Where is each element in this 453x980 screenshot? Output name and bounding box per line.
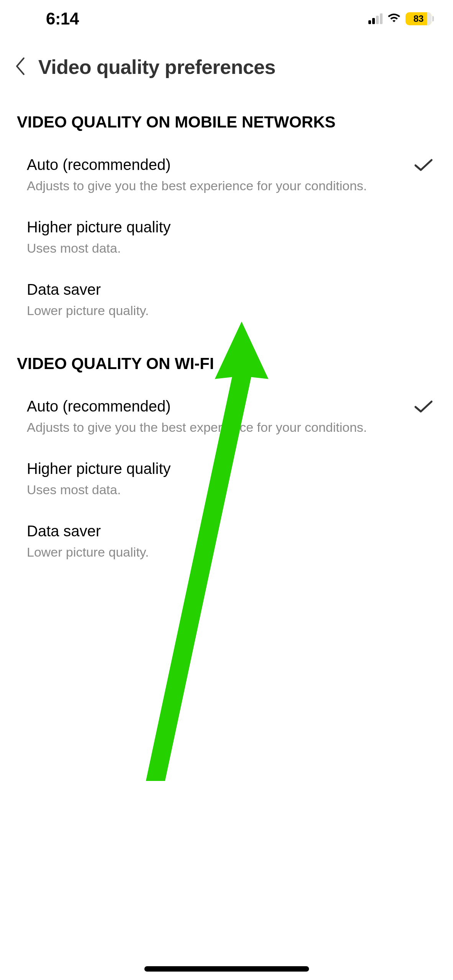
option-title: Auto (recommended) [27, 398, 414, 415]
page-title: Video quality preferences [38, 56, 275, 78]
option-title: Auto (recommended) [27, 156, 414, 173]
checkmark-icon [414, 158, 433, 174]
home-indicator[interactable] [144, 966, 309, 972]
nav-header: Video quality preferences [0, 34, 453, 90]
option-subtitle: Uses most data. [27, 240, 436, 256]
option-subtitle: Adjusts to give you the best experience … [27, 178, 414, 194]
option-mobile-higher[interactable]: Higher picture quality Uses most data. [17, 209, 436, 271]
status-icons: 83 [368, 12, 434, 25]
option-subtitle: Lower picture quality. [27, 544, 436, 560]
section-wifi: VIDEO QUALITY ON WI-FI Auto (recommended… [0, 354, 453, 575]
option-title: Higher picture quality [27, 219, 436, 236]
option-mobile-auto[interactable]: Auto (recommended) Adjusts to give you t… [17, 147, 436, 209]
wifi-icon [386, 12, 402, 25]
option-wifi-data-saver[interactable]: Data saver Lower picture quality. [17, 513, 436, 575]
option-wifi-auto[interactable]: Auto (recommended) Adjusts to give you t… [17, 388, 436, 451]
option-subtitle: Lower picture quality. [27, 303, 436, 318]
option-title: Data saver [27, 281, 436, 298]
battery-indicator: 83 [406, 12, 434, 25]
cellular-signal-icon [368, 13, 383, 24]
status-time: 6:14 [46, 9, 79, 28]
section-header-wifi: VIDEO QUALITY ON WI-FI [17, 354, 436, 373]
checkmark-icon [414, 399, 433, 415]
option-title: Higher picture quality [27, 460, 436, 477]
battery-percent: 83 [414, 13, 424, 24]
option-mobile-data-saver[interactable]: Data saver Lower picture quality. [17, 271, 436, 334]
option-title: Data saver [27, 523, 436, 540]
section-header-mobile: VIDEO QUALITY ON MOBILE NETWORKS [17, 113, 436, 131]
status-bar: 6:14 83 [0, 0, 453, 34]
option-subtitle: Uses most data. [27, 482, 436, 498]
section-mobile-networks: VIDEO QUALITY ON MOBILE NETWORKS Auto (r… [0, 113, 453, 333]
option-subtitle: Adjusts to give you the best experience … [27, 420, 414, 435]
back-button[interactable] [14, 57, 27, 77]
option-wifi-higher[interactable]: Higher picture quality Uses most data. [17, 451, 436, 513]
